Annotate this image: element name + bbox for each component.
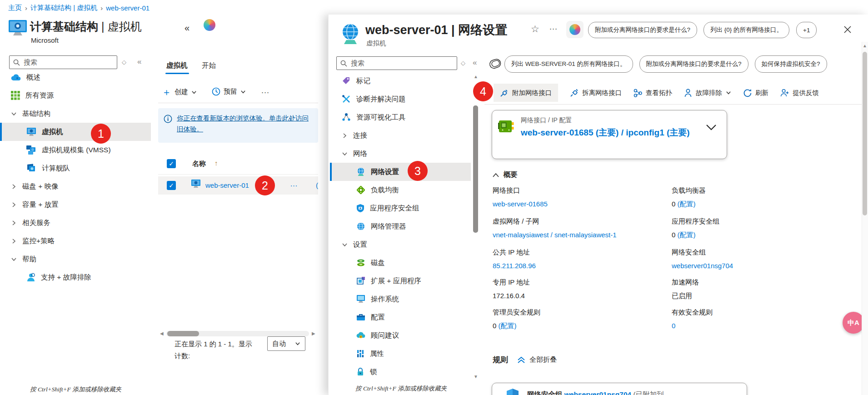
chevron-right-icon — [11, 220, 17, 226]
view-topology-button[interactable]: 查看拓扑 — [634, 89, 672, 97]
blade-item-advisor[interactable]: 顾问建议 — [330, 326, 471, 345]
breadcrumb-home[interactable]: 主页 — [8, 4, 22, 12]
horizontal-scrollbar-thumb[interactable] — [167, 331, 199, 336]
configure-link[interactable]: (配置) — [678, 200, 696, 208]
refresh-button[interactable]: 刷新 — [743, 89, 768, 97]
nsg-link[interactable]: webserver01nsg704 — [672, 262, 733, 270]
nic-link[interactable]: web-server-01685 — [493, 200, 548, 208]
blade-item-asg[interactable]: 应用程序安全组 — [330, 199, 471, 217]
close-icon[interactable] — [843, 25, 852, 34]
blade-more-button[interactable]: … — [549, 22, 558, 32]
copilot-suggestion-chip[interactable]: 附加或分离网络接口的要求是什么? — [588, 22, 697, 38]
divider — [484, 104, 862, 105]
blade-group-networking[interactable]: 网络 — [330, 145, 471, 163]
pin-diamond-icon[interactable]: ◇ — [461, 60, 465, 66]
row-more-button[interactable]: … — [290, 180, 298, 189]
blade-item-operating-system[interactable]: 操作系统 — [330, 290, 471, 308]
blade-search-input[interactable]: 搜索 — [336, 56, 457, 70]
sidebar-item-compute-fleet[interactable]: 计算舰队 — [0, 159, 157, 177]
blade-group-connect[interactable]: 连接 — [330, 126, 471, 145]
configure-link[interactable]: (配置) — [499, 322, 517, 330]
blade-item-resource-visualizer[interactable]: 资源可视化工具 — [330, 108, 471, 126]
copilot-chip-attach-requirements[interactable]: 附加或分离网络接口的要求是什么? — [639, 55, 748, 73]
collapse-blade-menu-icon[interactable]: « — [473, 58, 477, 67]
copilot-icon[interactable] — [204, 19, 215, 31]
tab-get-started[interactable]: 开始 — [202, 61, 216, 70]
attach-nic-button[interactable]: 附加网络接口 — [494, 84, 558, 102]
column-header-name[interactable]: 名称 — [192, 160, 206, 168]
blade-menu-scrollbar-thumb[interactable] — [473, 105, 478, 233]
essentials-header[interactable]: 概要 — [493, 170, 518, 180]
more-suggestions-chip[interactable]: +1 — [796, 22, 817, 38]
search-icon — [340, 60, 347, 67]
sidebar-group-infrastructure[interactable]: 基础结构 — [0, 105, 157, 123]
breadcrumb-current[interactable]: web-server-01 — [106, 4, 150, 12]
selected-indicator — [0, 123, 2, 141]
page-size-select[interactable]: 自动 — [267, 336, 305, 351]
configure-link[interactable]: (配置) — [678, 231, 696, 239]
translate-fab[interactable]: 中A — [843, 312, 864, 334]
scroll-right-icon[interactable]: ▶ — [312, 331, 315, 336]
sidebar-item-vmss[interactable]: 虚拟机规模集 (VMSS) — [0, 141, 157, 159]
blade-item-disks[interactable]: 磁盘 — [330, 254, 471, 272]
create-button[interactable]: ＋ 创建 — [162, 87, 197, 97]
blade-item-network-settings[interactable]: 网络设置 — [330, 163, 471, 181]
sidebar-group-related-services[interactable]: 相关服务 — [0, 214, 157, 232]
blade-item-locks[interactable]: 锁 — [330, 363, 471, 381]
banner-link[interactable]: 你正在查看新版本的浏览体验。单击此处访问旧体验。 — [177, 113, 311, 135]
favorite-star-icon[interactable]: ☆ — [531, 24, 539, 35]
scroll-up-icon[interactable]: ▲ — [863, 44, 867, 48]
nic-card-link[interactable]: web-server-01685 (主要) / ipconfig1 (主要) — [521, 126, 699, 139]
collapse-all-button[interactable]: 全部折叠 — [517, 355, 557, 364]
blade-item-diagnose[interactable]: 诊断并解决问题 — [330, 90, 471, 108]
collapse-left-panel-icon[interactable]: « — [185, 23, 190, 33]
sidebar-item-support[interactable]: 支持 + 故障排除 — [0, 268, 157, 286]
blade-item-configuration[interactable]: 配置 — [330, 308, 471, 326]
blade-group-settings[interactable]: 设置 — [330, 235, 471, 254]
blade-item-tags[interactable]: 标记 — [330, 72, 471, 90]
sidebar-group-help[interactable]: 帮助 — [0, 250, 157, 268]
copilot-chip-keep-secure[interactable]: 如何保持虚拟机安全? — [755, 55, 827, 73]
sidebar-group-disks-images[interactable]: 磁盘 + 映像 — [0, 177, 157, 195]
blade-item-network-manager[interactable]: 网络管理器 — [330, 217, 471, 235]
effective-rules-link[interactable]: 0 — [672, 322, 713, 330]
sidebar-group-monitoring-policy[interactable]: 监控+策略 — [0, 232, 157, 250]
support-person-icon — [26, 273, 35, 282]
detach-nic-button[interactable]: 拆离网络接口 — [570, 89, 622, 97]
blade-item-properties[interactable]: 属性 — [330, 345, 471, 363]
nsg-name-link[interactable]: webserver01nsg704 — [564, 390, 631, 395]
select-all-checkbox[interactable]: ✓ — [167, 159, 176, 168]
breadcrumb-section[interactable]: 计算基础结构 | 虚拟机 — [30, 4, 97, 12]
collapse-menu-icon[interactable]: « — [137, 57, 141, 66]
vnet-link[interactable]: vnet-malaysiawest / snet-malaysiawest-1 — [493, 231, 617, 239]
scroll-down-icon[interactable]: ▼ — [474, 375, 478, 379]
reserve-button[interactable]: 预留 — [212, 87, 246, 96]
fleet-icon — [26, 164, 36, 173]
troubleshoot-button[interactable]: 故障排除 — [684, 89, 731, 97]
row-checkbox[interactable]: ✓ — [167, 181, 176, 190]
toolbar-more-button[interactable]: … — [261, 85, 270, 95]
vm-name-link[interactable]: web-server-01 — [205, 181, 249, 189]
chevron-down-icon[interactable] — [705, 123, 717, 132]
sidebar-item-virtual-machines[interactable]: 虚拟机 — [0, 123, 151, 141]
blade-item-load-balancing[interactable]: 负载均衡 — [330, 181, 471, 199]
copilot-suggestion-chip[interactable]: 列出 {0} 的所有网络接口。 — [703, 22, 789, 38]
scroll-left-icon[interactable]: ◀ — [160, 331, 164, 336]
nsg-shield-icon — [506, 388, 519, 395]
public-ip-link[interactable]: 85.211.208.96 — [493, 262, 536, 270]
scroll-up-icon[interactable]: ▲ — [474, 75, 478, 79]
sidebar-search-input[interactable]: 搜索 — [9, 55, 117, 69]
copilot-chip-list-interfaces[interactable]: 列出 WEB-SERVER-01 的所有网络接口。 — [504, 55, 633, 73]
vm-icon — [26, 128, 36, 136]
pin-diamond-icon[interactable]: ◇ — [122, 59, 126, 65]
sidebar-item-overview[interactable]: 概述 — [0, 68, 157, 86]
feedback-button[interactable]: 提供反馈 — [780, 89, 819, 97]
page-scrollbar-thumb[interactable] — [863, 52, 867, 215]
copilot-button[interactable] — [566, 21, 584, 38]
blade-item-extensions[interactable]: 扩展 + 应用程序 — [330, 272, 471, 290]
chevron-down-icon — [726, 90, 731, 95]
tab-virtual-machines[interactable]: 虚拟机 — [166, 61, 188, 70]
toolbox-icon — [356, 313, 365, 321]
sidebar-group-capacity-placement[interactable]: 容量 + 放置 — [0, 195, 157, 214]
sidebar-item-all-resources[interactable]: 所有资源 — [0, 86, 157, 105]
